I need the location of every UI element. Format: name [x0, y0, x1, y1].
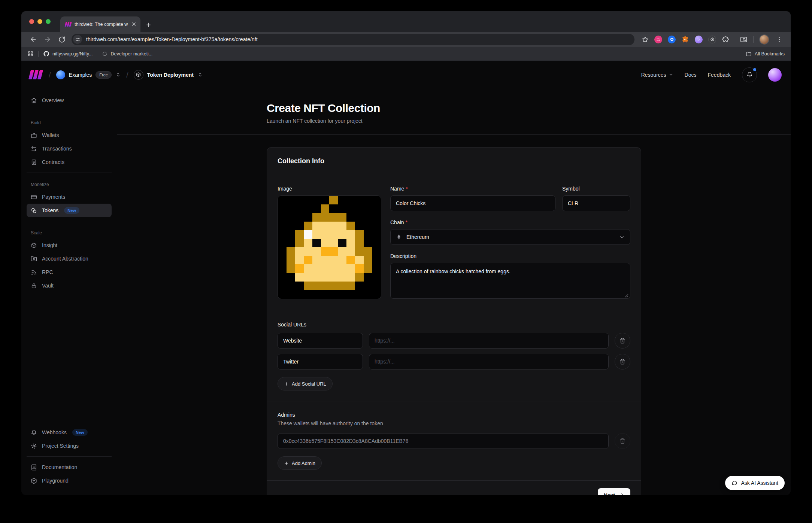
description-label: Description [390, 253, 416, 259]
sidebar-item-documentation[interactable]: Documentation [27, 460, 112, 474]
extension-blue-icon[interactable] [668, 36, 676, 43]
sidebar-item-project-settings[interactable]: Project Settings [27, 439, 112, 453]
extension-purple-icon[interactable] [695, 36, 703, 43]
arrows-left-right-icon [31, 146, 37, 152]
delete-admin-button[interactable] [615, 433, 630, 449]
chain-label: Chain [390, 219, 404, 225]
nav-feedback[interactable]: Feedback [708, 72, 731, 78]
browser-profile-avatar[interactable] [756, 34, 773, 45]
tab-close-icon[interactable] [131, 21, 137, 27]
bell-icon [746, 72, 753, 78]
playground-cube-icon [31, 478, 37, 484]
fullscreen-window-button[interactable] [46, 19, 51, 24]
page-header: Create NFT Collection Launch an NFT coll… [117, 89, 791, 135]
address-bar[interactable]: thirdweb.com/team/examples/Token-Deploym… [72, 34, 634, 45]
breadcrumb-separator: / [126, 70, 128, 79]
sidebar-item-vault[interactable]: Vault [27, 279, 112, 292]
bookmark-item[interactable]: niftyswap.gg/Nifty... [43, 51, 93, 57]
folder-account-icon [31, 256, 37, 262]
sidebar-item-account-abstraction[interactable]: Account Abstraction [27, 252, 112, 265]
plan-badge: Free [96, 71, 112, 79]
bookmarks-divider [741, 51, 741, 57]
tab-strip: thirdweb: The complete web3 [21, 11, 791, 32]
project-switcher[interactable]: Token Deployment [134, 70, 203, 80]
lock-icon [31, 283, 37, 289]
sidebar-item-webhooks[interactable]: Webhooks New [27, 426, 112, 439]
nav-resources[interactable]: Resources [641, 72, 673, 78]
extensions-puzzle-icon[interactable] [722, 36, 729, 43]
notification-dot [753, 68, 756, 71]
reload-button[interactable] [55, 36, 69, 43]
forward-button[interactable] [40, 36, 55, 43]
nav-docs[interactable]: Docs [685, 72, 697, 78]
ask-ai-assistant-button[interactable]: Ask AI Assistant [725, 476, 785, 490]
sidebar-item-wallets[interactable]: Wallets [27, 128, 112, 142]
url-text: thirdweb.com/team/examples/Token-Deploym… [86, 36, 630, 42]
name-input[interactable] [390, 195, 555, 211]
team-name: Examples [69, 72, 92, 78]
required-asterisk: * [406, 186, 407, 192]
resize-handle[interactable] [625, 294, 628, 298]
sidebar-divider [27, 456, 112, 457]
chevron-updown-icon[interactable] [197, 72, 203, 77]
page-title: Create NFT Collection [267, 102, 641, 115]
chain-select[interactable]: Ethereum [390, 229, 630, 245]
extension-dark-icon[interactable] [708, 36, 716, 43]
bookmark-favicon-icon [102, 51, 107, 57]
insight-cube-icon [31, 242, 37, 249]
window-controls [21, 11, 60, 32]
sidebar-item-contracts[interactable]: Contracts [27, 155, 112, 169]
social-url-input[interactable] [369, 333, 609, 349]
sidebar-item-rpc[interactable]: RPC [27, 265, 112, 279]
social-urls-label: Social URLs [278, 322, 630, 328]
metamask-extension-icon[interactable] [681, 36, 689, 43]
plus-icon [284, 381, 289, 386]
next-button[interactable]: Next [598, 488, 630, 495]
admin-address-input[interactable] [278, 433, 609, 449]
collection-image-upload[interactable] [278, 195, 381, 299]
bookmark-star-icon[interactable] [638, 36, 652, 43]
social-platform-select[interactable]: Twitter [278, 354, 363, 370]
rpc-signal-icon [31, 269, 37, 276]
thirdweb-logo-icon[interactable] [30, 70, 42, 79]
sidebar-item-transactions[interactable]: Transactions [27, 142, 112, 155]
add-admin-button[interactable]: Add Admin [278, 456, 322, 470]
apps-grid-icon[interactable] [27, 51, 34, 57]
browser-tab[interactable]: thirdweb: The complete web3 [60, 16, 140, 32]
add-social-url-button[interactable]: Add Social URL [278, 377, 333, 390]
all-bookmarks-button[interactable]: All Bookmarks [746, 51, 785, 57]
close-window-button[interactable] [29, 19, 34, 24]
new-tab-button[interactable] [145, 22, 152, 28]
tokens-coins-icon [31, 207, 37, 214]
minimize-window-button[interactable] [37, 19, 42, 24]
bookmarks-divider [38, 51, 39, 57]
sidebar-item-overview[interactable]: Overview [27, 94, 112, 107]
chevron-updown-icon[interactable] [115, 72, 121, 77]
chain-value: Ethereum [406, 234, 615, 240]
delete-social-url-button[interactable] [615, 354, 630, 370]
symbol-input[interactable] [562, 195, 630, 211]
extension-pink-icon[interactable] [654, 36, 662, 43]
new-badge: New [72, 429, 88, 436]
sidebar-divider [27, 111, 112, 111]
trash-icon [619, 438, 625, 444]
sidebar-item-payments[interactable]: Payments [27, 190, 112, 204]
admins-subtitle: These wallets will have authority on the… [278, 420, 630, 426]
sidebar-item-insight[interactable]: Insight [27, 238, 112, 252]
social-platform-select[interactable]: Website [278, 333, 363, 349]
sidebar-item-tokens[interactable]: Tokens New [27, 204, 112, 217]
back-button[interactable] [26, 36, 40, 43]
social-url-input[interactable] [369, 354, 609, 370]
browser-menu-icon[interactable] [773, 36, 786, 43]
bookmark-item[interactable]: Developer marketi... [102, 51, 152, 57]
notifications-button[interactable] [742, 67, 757, 82]
site-info-icon[interactable] [73, 35, 82, 44]
chevron-down-icon [669, 72, 673, 77]
ethereum-icon [396, 234, 402, 240]
tab-search-icon[interactable] [736, 36, 751, 43]
delete-social-url-button[interactable] [615, 333, 630, 349]
sidebar-item-playground[interactable]: Playground [27, 474, 112, 487]
user-avatar[interactable] [768, 68, 782, 82]
description-textarea[interactable]: A collection of rainbow chicks hatched f… [390, 263, 630, 299]
team-switcher[interactable]: Examples Free [56, 70, 121, 79]
